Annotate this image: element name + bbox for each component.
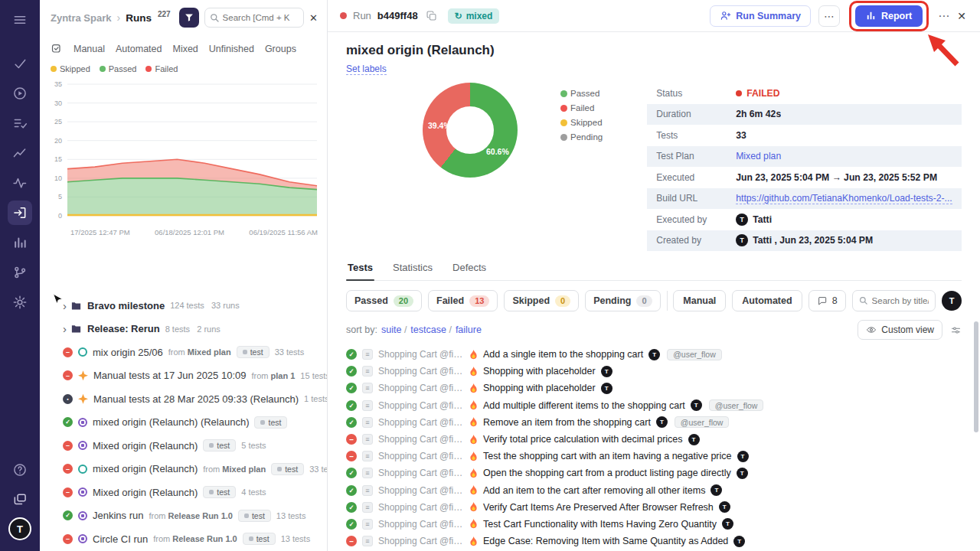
test-suite[interactable]: Shopping Cart @firs... — [378, 434, 464, 445]
test-suite[interactable]: Shopping Cart @firs... — [378, 366, 464, 377]
set-labels-link[interactable]: Set labels — [346, 64, 387, 75]
run-list-item[interactable]: › Mixed origin (Relaunch) test 5 tests — [40, 434, 327, 458]
test-title[interactable]: Add an item to the cart after removing a… — [483, 485, 705, 496]
chevron-right-icon[interactable]: › — [63, 322, 67, 335]
test-title[interactable]: Remove an item from the shopping cart — [483, 417, 651, 428]
run-list-item[interactable]: › Manual tests at 28 Mar 2025 09:33 (Rel… — [40, 387, 327, 411]
comments-filter-button[interactable]: 8 — [808, 290, 846, 311]
test-tag[interactable]: @user_flow — [667, 349, 722, 360]
runs-sign-in-icon[interactable] — [8, 201, 32, 225]
report-button[interactable]: Report — [855, 5, 923, 27]
run-summary-button[interactable]: Run Summary — [710, 5, 811, 27]
test-suite[interactable]: Shopping Cart @firs... — [378, 502, 464, 513]
plan-link[interactable]: Release Run 1.0 — [172, 534, 237, 543]
test-suite[interactable]: Shopping Cart @firs... — [378, 349, 464, 360]
type-filter-button[interactable]: Automated — [732, 290, 802, 311]
user-avatar[interactable]: T — [8, 517, 31, 540]
assignee-avatar[interactable]: T — [722, 518, 733, 530]
copy-run-id-button[interactable] — [424, 8, 439, 23]
folders-icon[interactable] — [8, 487, 32, 512]
sort-option-link[interactable]: failure — [456, 324, 482, 335]
test-title[interactable]: Test Cart Functionality with Items Havin… — [483, 519, 717, 530]
close-panel-button[interactable]: ✕ — [309, 12, 318, 24]
runs-tab[interactable]: Mixed — [172, 44, 198, 54]
runs-tab[interactable]: Manual — [74, 44, 105, 54]
test-row[interactable]: Shopping Cart @firs... Edge Case: Removi… — [346, 533, 962, 549]
test-title[interactable]: Edge Case: Removing Item with Same Quant… — [483, 536, 728, 546]
run-list-item[interactable]: › Jenkins run from Release Run 1.0 test … — [40, 504, 327, 528]
view-settings-icon[interactable] — [950, 324, 962, 336]
run-list-item[interactable]: › Bravo milestone 124 tests 33 runs — [40, 294, 327, 318]
menu-icon[interactable] — [8, 8, 32, 32]
test-search-input[interactable] — [872, 296, 929, 305]
type-filter-button[interactable]: Manual — [673, 290, 726, 311]
gear-icon[interactable] — [8, 290, 32, 315]
test-suite[interactable]: Shopping Cart @firs... — [378, 451, 464, 461]
task-list-icon[interactable] — [8, 111, 32, 135]
assignee-filter-avatar[interactable]: T — [942, 291, 962, 311]
activity-icon[interactable] — [8, 171, 32, 195]
assignee-avatar[interactable]: T — [601, 383, 612, 394]
test-title[interactable]: Open the shopping cart from a product li… — [483, 468, 731, 478]
run-list-item[interactable]: › Circle CI run from Release Run 1.0 tes… — [40, 527, 327, 551]
test-tag[interactable]: @user_flow — [675, 416, 730, 428]
test-row[interactable]: Shopping Cart @firs... Test Cart Functio… — [346, 516, 962, 533]
test-row[interactable]: Shopping Cart @firs... Verify Cart Items… — [346, 499, 962, 516]
trend-icon[interactable] — [8, 141, 32, 165]
plan-link[interactable]: Mixed plan — [222, 465, 266, 474]
test-title[interactable]: Add a single item to the shopping cart — [483, 349, 643, 360]
scrollbar-thumb[interactable] — [974, 321, 978, 432]
test-row[interactable]: Shopping Cart @firs... Add an item to th… — [346, 482, 962, 499]
assignee-avatar[interactable]: T — [688, 434, 700, 445]
runs-search-box[interactable] — [204, 8, 305, 28]
close-run-button[interactable]: ✕ — [957, 10, 966, 22]
test-row[interactable]: Shopping Cart @firs... Shopping with pla… — [346, 363, 962, 380]
breadcrumb-page[interactable]: Runs — [126, 12, 152, 24]
test-suite[interactable]: Shopping Cart @firs... — [378, 400, 464, 411]
assignee-avatar[interactable]: T — [656, 416, 668, 428]
test-title[interactable]: Test the shopping cart with an item havi… — [483, 451, 732, 461]
check-icon[interactable] — [8, 51, 32, 76]
build-url-link[interactable]: https://github.com/TetianaKhomenko/Load-… — [736, 193, 952, 204]
sort-option-link[interactable]: suite — [381, 324, 407, 335]
bar-chart-icon[interactable] — [8, 230, 32, 255]
breadcrumb-project[interactable]: Zyntra Spark — [51, 12, 111, 24]
test-row[interactable]: Shopping Cart @firs... Verify total pric… — [346, 431, 962, 448]
detail-tab[interactable]: Defects — [451, 262, 488, 280]
run-more-button[interactable]: ⋯ — [938, 9, 949, 23]
runs-tab[interactable]: Groups — [265, 44, 296, 54]
runs-tab[interactable]: Automated — [116, 44, 162, 54]
run-list-item[interactable]: › mixed origin (Relaunch) (Relaunch) tes… — [40, 411, 327, 435]
sort-option-link[interactable]: testcase — [410, 324, 452, 335]
runs-search-input[interactable] — [223, 13, 299, 22]
test-row[interactable]: Shopping Cart @firs... Test the shopping… — [346, 448, 962, 465]
plan-link[interactable]: plan 1 — [271, 371, 296, 380]
test-suite[interactable]: Shopping Cart @firs... — [378, 519, 464, 530]
select-runs-icon[interactable] — [51, 43, 63, 55]
summary-more-button[interactable]: ⋯ — [818, 5, 840, 27]
test-row[interactable]: Shopping Cart @firs... Open the shopping… — [346, 465, 962, 481]
test-search-box[interactable] — [852, 290, 936, 311]
run-list-item[interactable]: › Mixed origin (Relaunch) test 4 tests — [40, 481, 327, 504]
filter-runs-button[interactable] — [179, 8, 199, 28]
assignee-avatar[interactable]: T — [737, 451, 749, 462]
plan-link[interactable]: Mixed plan — [736, 151, 781, 161]
assignee-avatar[interactable]: T — [710, 484, 722, 496]
test-suite[interactable]: Shopping Cart @firs... — [378, 485, 464, 496]
assignee-avatar[interactable]: T — [719, 501, 730, 513]
run-list-item[interactable]: › mix origin 25/06 from Mixed plan test … — [40, 341, 327, 364]
test-title[interactable]: Shopping with placeholder — [483, 383, 596, 393]
assignee-avatar[interactable]: T — [733, 536, 745, 547]
test-title[interactable]: Verify total price calculation with deci… — [483, 434, 683, 445]
assignee-avatar[interactable]: T — [691, 399, 702, 411]
test-suite[interactable]: Shopping Cart @firs... — [378, 417, 464, 428]
run-list-item[interactable]: › mixed origin (Relaunch) from Mixed pla… — [40, 458, 327, 481]
runs-tab[interactable]: Unfinished — [209, 44, 254, 54]
test-title[interactable]: Add multiple different items to the shop… — [483, 400, 685, 411]
run-list-item[interactable]: › Manual tests at 17 Jun 2025 10:09 from… — [40, 364, 327, 388]
branch-icon[interactable] — [8, 260, 32, 285]
test-title[interactable]: Shopping with placeholder — [483, 366, 596, 377]
test-title[interactable]: Verify Cart Items Are Preserved After Br… — [483, 502, 714, 513]
test-suite[interactable]: Shopping Cart @firs... — [378, 536, 464, 546]
assignee-avatar[interactable]: T — [601, 366, 612, 377]
